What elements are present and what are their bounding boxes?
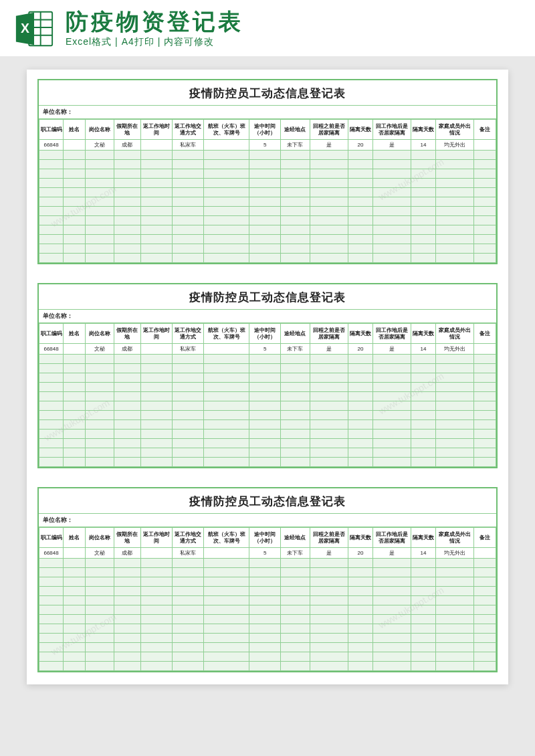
table-cell (435, 169, 474, 179)
table-cell (474, 652, 496, 662)
table-cell (39, 207, 64, 216)
table-cell (348, 643, 372, 652)
table-cell (411, 420, 435, 430)
table-cell (474, 577, 496, 587)
sheet-title: 疫情防控员工动态信息登记表 (39, 488, 496, 514)
table-cell (281, 420, 310, 430)
registration-sheet: 疫情防控员工动态信息登记表单位名称：职工编码姓名岗位名称假期所在地返工作地时间返… (37, 487, 498, 672)
table-cell (39, 596, 64, 605)
table-cell (140, 392, 172, 401)
table-cell (114, 197, 141, 207)
table-cell (281, 568, 310, 577)
table-row (39, 662, 496, 671)
table-cell (474, 587, 496, 596)
table-cell (85, 430, 114, 439)
table-cell (203, 587, 249, 596)
table-cell (310, 634, 348, 643)
table-cell (114, 392, 141, 401)
table-cell (64, 448, 86, 458)
table-cell (474, 169, 496, 179)
table-cell (64, 420, 86, 430)
table-cell (348, 235, 372, 244)
table-cell: 20 (348, 140, 372, 151)
column-header: 备注 (474, 120, 496, 140)
table-cell (281, 188, 310, 197)
table-cell (411, 559, 435, 568)
table-cell (310, 225, 348, 235)
table-cell (203, 254, 249, 263)
table-cell (64, 559, 86, 568)
table-cell (64, 254, 86, 263)
table-cell (203, 662, 249, 671)
table-cell (281, 605, 310, 615)
table-cell (39, 634, 64, 643)
table-cell (39, 624, 64, 634)
table-cell (474, 615, 496, 624)
table-cell (348, 448, 372, 458)
table-cell (411, 643, 435, 652)
table-row: 66848文秘成都私家车5未下车是20是14均无外出 (39, 344, 496, 355)
table-cell (39, 160, 64, 169)
table-cell (372, 420, 411, 430)
table-cell (114, 605, 141, 615)
table-cell (64, 643, 86, 652)
table-cell: 66848 (39, 548, 64, 559)
table-cell (39, 392, 64, 401)
table-cell (372, 430, 411, 439)
table-row (39, 169, 496, 179)
table-cell (435, 364, 474, 373)
table-cell (474, 207, 496, 216)
table-cell (203, 596, 249, 605)
table-cell (435, 596, 474, 605)
table-cell (114, 615, 141, 624)
table-cell: 是 (372, 140, 411, 151)
table-cell (249, 559, 281, 568)
table-cell (411, 207, 435, 216)
table-cell (435, 244, 474, 254)
table-cell (140, 364, 172, 373)
table-cell (249, 355, 281, 364)
table-cell (474, 254, 496, 263)
table-cell (411, 439, 435, 448)
table-row (39, 160, 496, 169)
table-cell (140, 235, 172, 244)
table-cell (140, 179, 172, 188)
table-cell (85, 392, 114, 401)
table-cell (172, 568, 203, 577)
table-cell (281, 430, 310, 439)
table-cell (249, 458, 281, 467)
column-header: 回程之前是否居家隔离 (310, 120, 348, 140)
table-cell (203, 355, 249, 364)
column-header: 岗位名称 (85, 324, 114, 344)
table-cell (39, 254, 64, 263)
table-cell (435, 225, 474, 235)
table-cell (348, 179, 372, 188)
table-cell (203, 373, 249, 383)
sheet-title: 疫情防控员工动态信息登记表 (39, 80, 496, 106)
table-cell (64, 634, 86, 643)
table-cell: 文秘 (85, 140, 114, 151)
table-cell (39, 169, 64, 179)
table-cell (203, 577, 249, 587)
table-cell (372, 179, 411, 188)
table-cell (411, 151, 435, 160)
table-cell (140, 634, 172, 643)
table-cell (114, 364, 141, 373)
column-header: 假期所在地 (114, 324, 141, 344)
table-cell: 是 (310, 140, 348, 151)
table-cell (172, 559, 203, 568)
column-header: 家庭成员外出情况 (435, 324, 474, 344)
table-cell (64, 373, 86, 383)
column-header: 隔离天数 (348, 528, 372, 548)
table-cell (114, 634, 141, 643)
table-cell (64, 151, 86, 160)
table-cell (411, 430, 435, 439)
registration-sheet: 疫情防控员工动态信息登记表单位名称：职工编码姓名岗位名称假期所在地返工作地时间返… (37, 79, 498, 264)
table-cell (411, 373, 435, 383)
table-cell (64, 197, 86, 207)
table-cell (172, 207, 203, 216)
table-cell (39, 188, 64, 197)
table-cell (249, 605, 281, 615)
data-table: 职工编码姓名岗位名称假期所在地返工作地时间返工作地交通方式航班（火车）班次、车牌… (39, 119, 496, 263)
table-cell (172, 624, 203, 634)
